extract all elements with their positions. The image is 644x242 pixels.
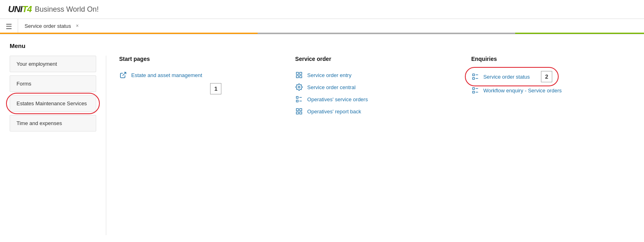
tab-service-order-status[interactable]: Service order status ×: [18, 19, 85, 34]
columns-area: Start pages: [119, 56, 634, 235]
tab-menu-icon[interactable]: ☰: [0, 19, 18, 34]
operatives-report-back-item[interactable]: Operatives' report back: [295, 107, 458, 115]
svg-rect-11: [300, 108, 302, 111]
hamburger-icon: ☰: [6, 22, 12, 31]
svg-rect-3: [297, 76, 299, 78]
workflow-enquiry-label: Workflow enquiry - Service orders: [483, 88, 562, 94]
grid-small-icon: [295, 71, 303, 79]
sidebar-item-time-expenses[interactable]: Time and expenses: [10, 115, 96, 131]
svg-rect-2: [300, 72, 302, 74]
enquiry-grid-list-icon: [471, 73, 479, 81]
tab-label: Service order status: [25, 23, 71, 29]
grid-list-icon: [295, 95, 303, 103]
service-order-status-enquiry-label: Service order status: [483, 74, 530, 80]
col-service-order-header: Service order: [295, 56, 458, 65]
svg-point-5: [298, 86, 300, 88]
logo-tagline: Business World On!: [35, 5, 99, 14]
svg-rect-14: [473, 74, 475, 76]
svg-rect-19: [473, 91, 475, 93]
top-header: UNIT4 Business World On!: [0, 0, 644, 19]
svg-rect-12: [297, 112, 299, 114]
svg-rect-15: [473, 77, 475, 79]
tab-close-icon[interactable]: ×: [76, 23, 79, 29]
badge-1: 1: [210, 83, 221, 94]
svg-rect-6: [297, 96, 299, 98]
workflow-grid-list-icon: [471, 86, 479, 94]
badge-2: 2: [541, 71, 552, 82]
estate-asset-management-item[interactable]: Estate and asset management: [119, 71, 202, 79]
list-item: Estate and asset management 1: [119, 71, 282, 94]
col-enquiries: Enquiries Service ord: [471, 56, 634, 235]
operatives-report-back-label: Operatives' report back: [307, 108, 361, 115]
estate-asset-management-label: Estate and asset management: [131, 72, 202, 78]
menu-body: Your employment Forms Estates Maintenanc…: [10, 56, 634, 235]
menu-panel: Menu Your employment Forms Estates Maint…: [0, 34, 644, 242]
col-start-pages-header: Start pages: [119, 56, 282, 65]
workflow-enquiry-item[interactable]: Workflow enquiry - Service orders: [471, 86, 634, 94]
svg-rect-18: [473, 88, 475, 90]
col-service-order-items: Service order entry Service order centra…: [295, 71, 458, 115]
col-enquiries-items: Service order status 2: [471, 71, 634, 94]
svg-rect-10: [297, 108, 299, 111]
service-order-central-label: Service order central: [307, 84, 355, 90]
col-enquiries-header: Enquiries: [471, 56, 634, 65]
svg-rect-13: [300, 112, 302, 114]
external-link-icon: [119, 71, 127, 79]
svg-rect-7: [297, 100, 299, 102]
operatives-service-orders-label: Operatives' service orders: [307, 96, 368, 102]
logo: UNIT4 Business World On!: [8, 4, 99, 15]
service-order-status-enquiry-item[interactable]: Service order status 2: [471, 71, 553, 82]
col-start-pages-items: Estate and asset management 1: [119, 71, 282, 106]
svg-line-0: [123, 72, 126, 75]
main-content: Menu Your employment Forms Estates Maint…: [0, 34, 644, 242]
col-start-pages: Start pages: [119, 56, 295, 235]
sidebar-item-estates-maintenance[interactable]: Estates Maintenance Services: [10, 95, 96, 112]
menu-title: Menu: [10, 42, 634, 49]
sidebar-item-your-employment[interactable]: Your employment: [10, 56, 96, 72]
sidebar-item-forms[interactable]: Forms: [10, 75, 96, 92]
logo-brand: UNIT4: [8, 4, 32, 15]
operatives-service-orders-item[interactable]: Operatives' service orders: [295, 95, 458, 103]
sidebar-nav: Your employment Forms Estates Maintenanc…: [10, 56, 106, 235]
tab-bar: ☰ Service order status ×: [0, 19, 644, 34]
service-order-entry-label: Service order entry: [307, 72, 351, 78]
svg-rect-4: [300, 76, 302, 78]
grid-small2-icon: [295, 107, 303, 115]
settings-icon: [295, 83, 303, 91]
svg-rect-1: [297, 72, 299, 74]
service-order-central-item[interactable]: Service order central: [295, 83, 458, 91]
service-order-entry-item[interactable]: Service order entry: [295, 71, 458, 79]
col-service-order: Service order Service: [295, 56, 471, 235]
